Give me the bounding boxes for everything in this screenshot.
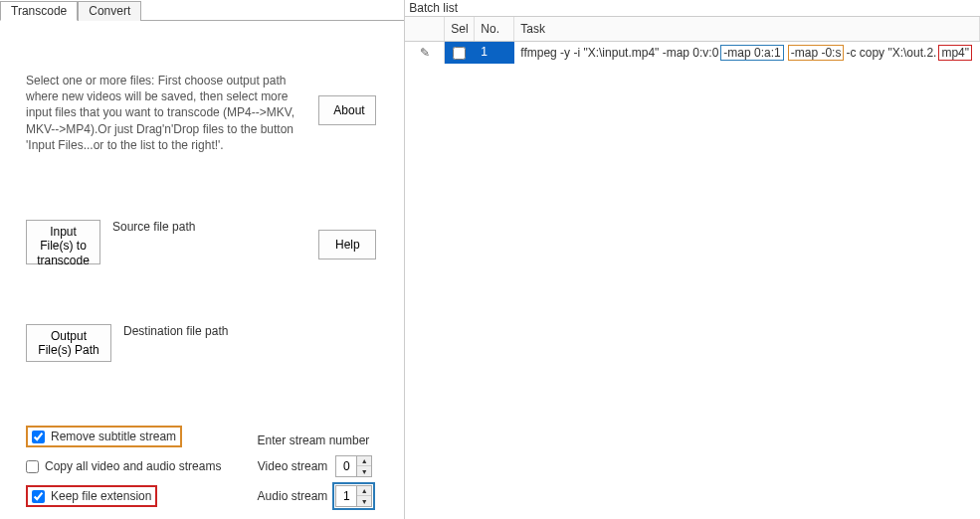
task-seg-subtitle-map: -map -0:s xyxy=(788,45,845,61)
copy-all-label: Copy all video and audio streams xyxy=(45,459,221,473)
task-seg-ext: mp4" xyxy=(938,45,972,61)
left-pane: Transcode Convert Select one or more fil… xyxy=(0,0,405,519)
remove-subtitle-checkbox[interactable] xyxy=(32,431,45,443)
remove-subtitle-label: Remove subtitle stream xyxy=(51,430,176,443)
batch-header: Sel No. Task xyxy=(405,17,980,42)
audio-stream-down[interactable]: ▼ xyxy=(357,496,371,506)
output-path-button[interactable]: Output File(s) Path xyxy=(26,324,111,362)
copy-all-checkbox[interactable] xyxy=(26,460,39,473)
batch-header-no: No. xyxy=(475,17,514,41)
help-button[interactable]: Help xyxy=(318,230,376,260)
enter-stream-label: Enter stream number xyxy=(258,433,373,447)
about-button[interactable]: About xyxy=(318,95,376,125)
video-stream-input[interactable] xyxy=(336,456,356,476)
audio-stream-up[interactable]: ▲ xyxy=(357,486,371,496)
keep-ext-highlight: Keep file extension xyxy=(26,485,157,507)
batch-row-edit-icon[interactable]: ✎ xyxy=(405,42,445,64)
audio-stream-input[interactable] xyxy=(336,486,356,506)
input-files-button[interactable]: Input File(s) to transcode xyxy=(26,220,100,264)
input-files-row: Input File(s) to transcode Source file p… xyxy=(26,220,195,264)
output-path-row: Output File(s) Path Destination file pat… xyxy=(26,324,228,362)
audio-stream-spinner[interactable]: ▲ ▼ xyxy=(335,485,372,507)
task-seg-audio-map: -map 0:a:1 xyxy=(720,45,783,61)
video-stream-down[interactable]: ▼ xyxy=(357,466,371,476)
pencil-icon: ✎ xyxy=(420,46,430,60)
transcode-panel: Select one or more files: First choose o… xyxy=(0,21,404,519)
right-pane: Batch list Sel No. Task ✎ 1 ffmpeg -y -i… xyxy=(405,0,980,519)
video-stream-up[interactable]: ▲ xyxy=(357,456,371,466)
batch-list-title: Batch list xyxy=(405,0,980,16)
remove-subtitle-highlight: Remove subtitle stream xyxy=(26,426,182,447)
task-seg-pre: ffmpeg -y -i "X:\input.mp4" -map 0:v:0 xyxy=(520,46,718,60)
tab-convert[interactable]: Convert xyxy=(78,1,141,21)
audio-stream-label: Audio stream xyxy=(258,489,328,503)
video-stream-spinner[interactable]: ▲ ▼ xyxy=(335,455,372,477)
batch-header-sel: Sel xyxy=(445,17,475,41)
stream-number-group: Enter stream number Video stream ▲ ▼ Aud… xyxy=(258,433,373,507)
batch-row-select-checkbox[interactable] xyxy=(453,47,466,60)
tab-bar: Transcode Convert xyxy=(0,0,404,21)
batch-row-task: ffmpeg -y -i "X:\input.mp4" -map 0:v:0 -… xyxy=(514,42,980,64)
batch-row-number: 1 xyxy=(475,42,514,64)
instructions-text: Select one or more files: First choose o… xyxy=(26,73,304,153)
batch-header-task: Task xyxy=(514,17,980,41)
tab-transcode[interactable]: Transcode xyxy=(0,1,78,21)
keep-ext-label: Keep file extension xyxy=(51,489,151,503)
batch-header-edit xyxy=(405,17,445,41)
video-stream-label: Video stream xyxy=(258,459,327,473)
keep-ext-checkbox[interactable] xyxy=(32,490,45,503)
batch-row[interactable]: ✎ 1 ffmpeg -y -i "X:\input.mp4" -map 0:v… xyxy=(405,42,980,64)
source-path-label: Source file path xyxy=(112,220,195,234)
batch-table: Sel No. Task ✎ 1 ffmpeg -y -i "X:\input.… xyxy=(405,16,980,64)
task-seg-mid: -c copy "X:\out.2. xyxy=(846,46,936,60)
destination-path-label: Destination file path xyxy=(123,324,228,338)
